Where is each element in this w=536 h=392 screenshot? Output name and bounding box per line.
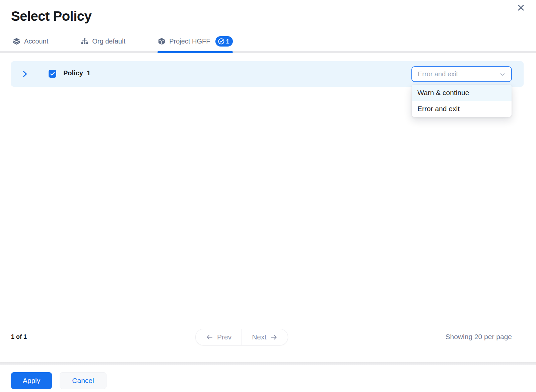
policy-name: Policy_1: [63, 69, 90, 77]
page-title: Select Policy: [11, 9, 91, 24]
cube-icon: [157, 37, 166, 46]
page-position-text: 1 of 1: [11, 333, 27, 340]
violation-action-dropdown: Warn & continue Error and exit: [412, 85, 512, 117]
chevron-down-icon: [499, 71, 506, 78]
scope-tabs: Account Org default Proje: [0, 36, 536, 53]
close-icon[interactable]: [516, 3, 526, 13]
next-label: Next: [252, 333, 266, 341]
per-page-text: Showing 20 per page: [446, 333, 512, 341]
org-chart-icon: [80, 37, 89, 46]
tab-project-hgff[interactable]: Project HGFF 1: [157, 36, 233, 51]
pager: Prev Next: [195, 329, 288, 345]
arrow-right-icon: [270, 333, 278, 341]
select-policy-dialog: Select Policy Account: [0, 0, 536, 392]
layers-icon: [12, 37, 21, 46]
select-value: Error and exit: [418, 70, 458, 78]
badge-count: 1: [226, 38, 229, 45]
chevron-right-icon[interactable]: [20, 69, 30, 79]
policy-checkbox[interactable]: [49, 70, 56, 78]
tab-label: Org default: [92, 37, 125, 45]
next-button[interactable]: Next: [242, 329, 288, 345]
cancel-button[interactable]: Cancel: [60, 372, 107, 389]
prev-label: Prev: [217, 333, 231, 341]
prev-button[interactable]: Prev: [196, 329, 242, 345]
violation-action-select[interactable]: Error and exit: [411, 66, 512, 82]
tab-org-default[interactable]: Org default: [80, 36, 125, 51]
option-error-exit[interactable]: Error and exit: [412, 101, 512, 117]
footer-divider: [0, 362, 536, 365]
option-warn-continue[interactable]: Warn & continue: [412, 85, 512, 101]
selected-count-badge: 1: [215, 36, 233, 47]
check-circle-icon: [218, 38, 225, 45]
tab-label: Account: [24, 37, 48, 45]
tab-account[interactable]: Account: [12, 36, 48, 51]
apply-button[interactable]: Apply: [11, 372, 52, 389]
tab-label: Project HGFF: [169, 37, 210, 45]
arrow-left-icon: [206, 333, 213, 341]
policy-row: Policy_1 Error and exit Warn & continue …: [11, 61, 524, 87]
